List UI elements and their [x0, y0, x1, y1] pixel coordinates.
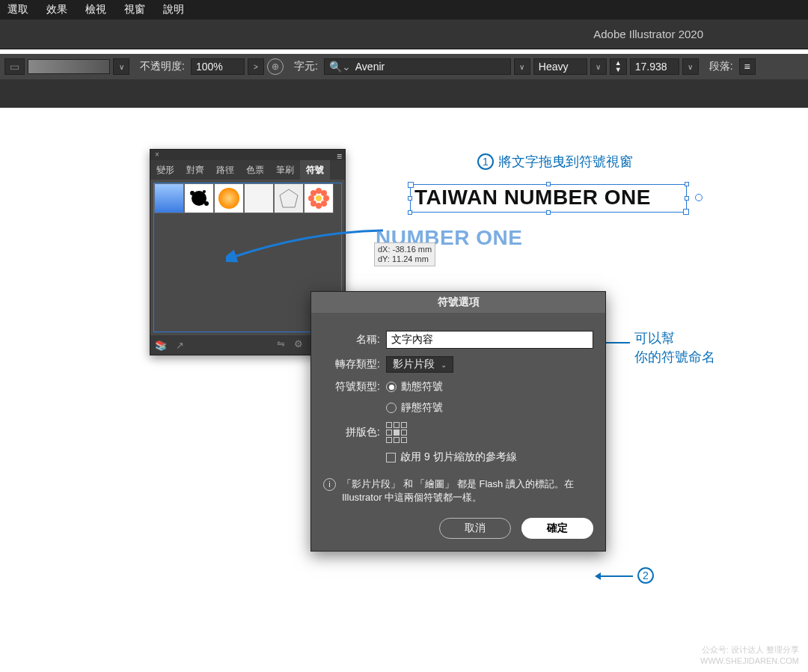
symbol-item[interactable] [304, 183, 334, 213]
annotation-arrow-step2 [597, 575, 633, 577]
watermark-line1: 公众号: 设计达人 整理分享 [700, 644, 799, 655]
tab-swatches[interactable]: 色票 [240, 160, 270, 180]
symbol-item[interactable] [154, 183, 184, 213]
font-size-field[interactable]: 17.938 [630, 58, 679, 75]
svg-marker-5 [280, 189, 298, 207]
tab-align[interactable]: 對齊 [180, 160, 210, 180]
step-1-badge: 1 [477, 153, 494, 170]
svg-point-3 [203, 190, 206, 193]
swatch-dropdown[interactable]: ∨ [113, 58, 129, 75]
export-type-dropdown[interactable]: 影片片段 ⌄ [386, 356, 453, 373]
name-hint-line1: 可以幫 [634, 329, 715, 348]
symbol-libraries-icon[interactable]: 📚 [155, 340, 167, 351]
radio-dynamic-label: 動態符號 [401, 380, 443, 394]
cancel-button[interactable]: 取消 [439, 518, 511, 539]
name-input[interactable] [386, 331, 593, 349]
font-family-value: Avenir [355, 61, 385, 73]
dialog-title: 符號選項 [311, 292, 605, 313]
font-size-dropdown[interactable]: ∨ [682, 58, 699, 75]
export-type-value: 影片片段 [393, 358, 435, 371]
font-family-field[interactable]: 🔍⌄Avenir [324, 58, 511, 75]
svg-point-2 [204, 201, 209, 206]
svg-point-1 [190, 191, 195, 195]
opacity-label: 不透明度: [140, 60, 185, 73]
character-label: 字元: [294, 60, 318, 73]
drag-dy: dY: 11.24 mm [378, 254, 432, 264]
place-symbol-icon[interactable]: ↗ [176, 340, 184, 351]
ok-button[interactable]: 確定 [521, 518, 593, 539]
opacity-more[interactable]: > [248, 58, 264, 75]
app-title-strip: Adobe Illustrator 2020 [0, 19, 808, 49]
panel-close-icon[interactable]: × [155, 152, 161, 158]
svg-point-14 [316, 195, 322, 201]
symbol-item[interactable] [184, 183, 214, 213]
font-weight-dropdown[interactable]: ∨ [590, 58, 607, 75]
nine-slice-checkbox[interactable] [386, 453, 396, 462]
nine-slice-label: 啟用 9 切片縮放的參考線 [400, 450, 517, 464]
menubar: 選取 效果 檢視 視窗 說明 [0, 0, 808, 19]
export-type-label: 轉存類型: [323, 358, 380, 371]
symbol-item[interactable] [274, 183, 304, 213]
dialog-info: i 「影片片段」 和 「繪圖」 都是 Flash 讀入的標記。在 Illustr… [323, 477, 593, 504]
svg-point-13 [310, 190, 316, 196]
radio-static[interactable] [386, 403, 397, 413]
chevron-down-icon: ⌄ [441, 361, 447, 369]
canvas-text[interactable]: TAIWAN NUMBER ONE [414, 186, 651, 210]
menu-window[interactable]: 視窗 [124, 3, 145, 16]
fill-swatch[interactable] [28, 59, 110, 74]
panel-menu-icon[interactable]: ≡ [337, 151, 342, 162]
symbol-item[interactable] [244, 183, 274, 213]
info-text: 「影片片段」 和 「繪圖」 都是 Flash 讀入的標記。在 Illustrat… [342, 477, 593, 504]
step-1-text: 將文字拖曳到符號視窗 [498, 153, 633, 171]
paragraph-label: 段落: [709, 60, 733, 73]
symbol-options-dialog: 符號選項 名稱: 轉存類型: 影片片段 ⌄ 符號類型: 動態符號 靜態符號 拼版… [310, 291, 606, 552]
step-2-badge: 2 [637, 567, 654, 584]
font-weight-field[interactable]: Heavy [533, 58, 587, 75]
drag-measurement-tooltip: dX: -38.16 mm dY: 11.24 mm [374, 242, 435, 266]
svg-point-4 [218, 188, 239, 209]
drag-arrow [226, 224, 391, 269]
menu-help[interactable]: 說明 [163, 3, 184, 16]
font-family-dropdown[interactable]: ∨ [514, 58, 530, 75]
menu-effect[interactable]: 效果 [46, 3, 67, 16]
opacity-field[interactable]: 100% [191, 58, 245, 75]
no-selection-icon[interactable]: ▭ [4, 58, 25, 75]
svg-point-6 [316, 188, 322, 194]
tab-brushes[interactable]: 筆刷 [270, 160, 300, 180]
text-out-port-icon[interactable] [695, 194, 703, 201]
panel-tabs: 變形 對齊 路徑 色票 筆刷 符號 [150, 160, 345, 180]
watermark-line2: WWW.SHEJIDAREN.COM [700, 656, 799, 666]
symbol-options-icon[interactable]: ⚙ [294, 338, 303, 352]
recolor-icon[interactable]: ⊕ [267, 58, 284, 75]
radio-static-label: 靜態符號 [401, 401, 443, 415]
tab-symbols[interactable]: 符號 [300, 160, 330, 180]
registration-label: 拼版色: [323, 426, 380, 439]
options-bar-gap [0, 79, 808, 108]
annotation-step-1: 1 將文字拖曳到符號視窗 [477, 153, 633, 171]
symbol-item[interactable] [214, 183, 244, 213]
drag-dx: dX: -38.16 mm [378, 245, 432, 254]
radio-dynamic[interactable] [386, 382, 397, 392]
panel-titlebar[interactable]: × ≡ [150, 150, 345, 160]
watermark: 公众号: 设计达人 整理分享 WWW.SHEJIDAREN.COM [700, 644, 799, 666]
svg-point-9 [308, 195, 314, 201]
app-title: Adobe Illustrator 2020 [593, 28, 703, 40]
annotation-step-2: 2 [637, 567, 654, 584]
tab-transform[interactable]: 變形 [150, 160, 180, 180]
break-link-icon[interactable]: ⇋ [277, 338, 285, 352]
svg-point-8 [316, 203, 322, 209]
info-icon: i [323, 478, 336, 491]
annotation-name-hint: 可以幫 你的符號命名 [634, 329, 715, 367]
paragraph-align-icon[interactable]: ≡ [739, 58, 756, 75]
menu-view[interactable]: 檢視 [85, 3, 106, 16]
symbol-type-label: 符號類型: [323, 380, 380, 394]
svg-point-11 [321, 201, 327, 207]
options-bar: ▭ ∨ 不透明度: 100% > ⊕ 字元: 🔍⌄Avenir ∨ Heavy … [0, 54, 808, 79]
tab-path[interactable]: 路徑 [210, 160, 240, 180]
font-size-stepper[interactable]: ▲▼ [610, 58, 627, 75]
name-hint-line2: 你的符號命名 [634, 348, 715, 367]
menu-select[interactable]: 選取 [7, 3, 28, 16]
svg-point-12 [310, 201, 316, 207]
name-label: 名稱: [323, 333, 380, 346]
registration-grid[interactable] [386, 422, 407, 443]
